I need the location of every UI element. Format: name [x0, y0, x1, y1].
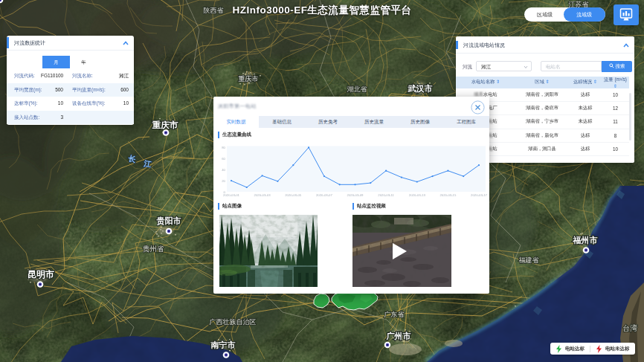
svg-text:广西壮族自治区: 广西壮族自治区 — [210, 318, 257, 326]
svg-text:重庆市: 重庆市 — [152, 120, 178, 129]
svg-text:2020-03-11: 2020-03-11 — [378, 193, 394, 197]
svg-text:2020-03-15: 2020-03-15 — [439, 193, 457, 197]
svg-text:贵州省: 贵州省 — [143, 245, 164, 253]
svg-text:20: 20 — [222, 179, 225, 183]
svg-text:广州市: 广州市 — [386, 332, 411, 340]
svg-text:2020-03-17: 2020-03-17 — [471, 193, 488, 197]
svg-text:广东省: 广东省 — [384, 311, 405, 318]
svg-text:80: 80 — [222, 146, 225, 149]
svg-text:福州市: 福州市 — [573, 236, 598, 245]
svg-text:湖北省: 湖北省 — [347, 85, 367, 93]
svg-text:贵阳市: 贵阳市 — [156, 216, 181, 226]
svg-text:2020-03-07: 2020-03-07 — [316, 193, 333, 197]
svg-text:2020-03-09: 2020-03-09 — [347, 193, 364, 197]
svg-text:南宁市: 南宁市 — [210, 340, 236, 349]
svg-text:60: 60 — [222, 157, 225, 161]
svg-text:2020-03-01: 2020-03-01 — [223, 193, 240, 197]
svg-text:2020-03-13: 2020-03-13 — [409, 193, 426, 197]
svg-text:昆明市: 昆明市 — [28, 269, 54, 279]
svg-text:武汉市: 武汉市 — [408, 84, 433, 93]
svg-text:2020-03-03: 2020-03-03 — [254, 193, 271, 197]
svg-text:40: 40 — [222, 168, 225, 172]
svg-text:2020-03-05: 2020-03-05 — [285, 193, 302, 197]
svg-text:台湾: 台湾 — [622, 324, 637, 332]
svg-text:重庆市: 重庆市 — [239, 75, 259, 83]
svg-text:福建省: 福建省 — [519, 256, 539, 264]
